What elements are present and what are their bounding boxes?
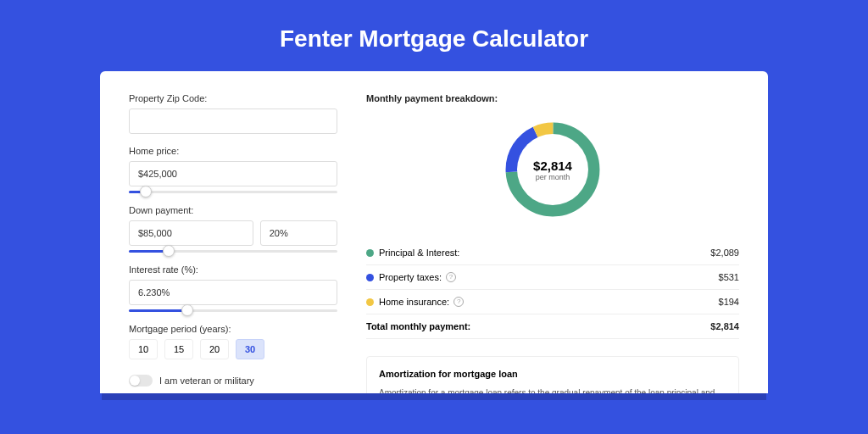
down-payment-slider[interactable] (129, 250, 337, 253)
legend-row: Home insurance:? $194 (366, 290, 739, 314)
legend-value-pi: $2,089 (710, 248, 739, 258)
page-title: Fenter Mortgage Calculator (0, 0, 868, 71)
veteran-label: I am veteran or military (159, 376, 254, 386)
veteran-toggle[interactable] (129, 375, 153, 387)
legend-row: Principal & Interest: $2,089 (366, 241, 739, 265)
calculator-card: Property Zip Code: Home price: Down paym… (100, 71, 768, 393)
legend-dot-green (366, 249, 374, 257)
legend-label-tax: Property taxes: (379, 272, 442, 282)
period-option-30[interactable]: 30 (236, 339, 264, 359)
interest-rate-label: Interest rate (%): (129, 264, 337, 275)
slider-thumb[interactable] (163, 245, 175, 257)
period-option-20[interactable]: 20 (200, 339, 229, 359)
total-label: Total monthly payment: (366, 321, 470, 331)
legend-value-ins: $194 (719, 297, 739, 307)
legend-label-ins: Home insurance: (379, 297, 449, 307)
breakdown-title: Monthly payment breakdown: (366, 93, 739, 103)
down-payment-amount-input[interactable] (129, 220, 253, 246)
form-panel: Property Zip Code: Home price: Down paym… (129, 93, 337, 393)
home-price-input[interactable] (129, 161, 337, 186)
help-icon[interactable]: ? (453, 297, 464, 307)
amortization-body: Amortization for a mortgage loan refers … (379, 387, 726, 393)
legend-row-total: Total monthly payment: $2,814 (366, 314, 739, 339)
legend-value-tax: $531 (719, 272, 739, 282)
interest-rate-input[interactable] (129, 280, 337, 305)
down-payment-label: Down payment: (129, 205, 337, 215)
mortgage-period-label: Mortgage period (years): (129, 324, 337, 334)
home-price-label: Home price: (129, 146, 337, 156)
interest-rate-slider[interactable] (129, 309, 337, 312)
amortization-title: Amortization for mortgage loan (379, 369, 726, 379)
period-option-15[interactable]: 15 (164, 339, 193, 359)
slider-thumb[interactable] (140, 186, 152, 198)
down-payment-pct-input[interactable] (260, 220, 337, 246)
results-panel: Monthly payment breakdown: $2,814 per mo… (366, 93, 739, 393)
legend-label-pi: Principal & Interest: (379, 248, 459, 258)
zip-label: Property Zip Code: (129, 93, 337, 103)
donut-chart: $2,814 per month (502, 119, 604, 220)
donut-amount: $2,814 (533, 159, 572, 173)
legend-dot-blue (366, 274, 374, 281)
period-option-10[interactable]: 10 (129, 339, 158, 359)
donut-period: per month (536, 173, 570, 181)
total-value: $2,814 (710, 321, 739, 331)
legend-row: Property taxes:? $531 (366, 265, 739, 290)
legend-dot-yellow (366, 298, 374, 306)
amortization-box: Amortization for mortgage loan Amortizat… (366, 356, 739, 393)
home-price-slider[interactable] (129, 191, 337, 193)
slider-thumb[interactable] (181, 304, 193, 316)
help-icon[interactable]: ? (446, 272, 456, 282)
zip-input[interactable] (129, 108, 337, 134)
